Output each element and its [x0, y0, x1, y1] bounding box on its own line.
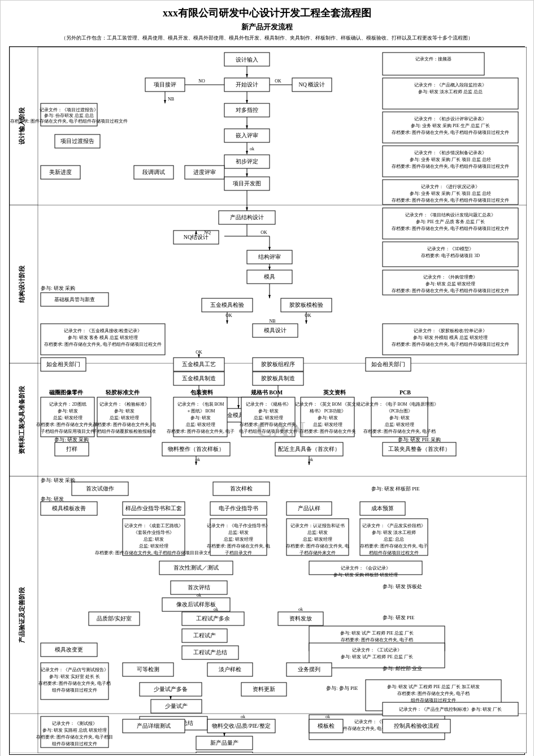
svg-text:结构评审: 结构评审 [258, 254, 281, 260]
svg-text:记录文件：《电子作业指导书》: 记录文件：《电子作业指导书》 [207, 523, 270, 528]
svg-text:品质部/实好室: 品质部/实好室 [97, 615, 132, 622]
svg-text:开始设计: 开始设计 [236, 81, 258, 88]
svg-text:参与: 研发  总监  研发经理: 参与: 研发 总监 研发经理 [426, 281, 475, 286]
svg-text:记录文件：《会议记录》: 记录文件：《会议记录》 [341, 566, 390, 571]
svg-text:NO: NO [198, 79, 205, 84]
svg-text:如金相关部门: 如金相关部门 [46, 361, 80, 367]
svg-text:嵌入评审: 嵌入评审 [236, 132, 258, 138]
svg-text:参与: 研发  拆板处: 参与: 研发 拆板处 [383, 584, 422, 589]
svg-text:总监: 研发经理: 总监: 研发经理 [138, 544, 168, 549]
svg-text:记录文件：《项目过渡报告》: 记录文件：《项目过渡报告》 [40, 107, 98, 112]
svg-text:工装夹具整备（首次样）: 工装夹具整备（首次样） [388, 446, 450, 452]
page-title: xxx有限公司研发中心设计开发工程全套流程图 [9, 6, 525, 20]
svg-text:资料和工装夹具准备阶段: 资料和工装夹具准备阶段 [18, 385, 25, 454]
svg-text:参与: 研发  采购: 参与: 研发 采购 [54, 437, 89, 442]
svg-text:子档组件存储覆胶板检验报标准: 子档组件存储覆胶板检验报标准 [93, 429, 156, 434]
svg-text:存档要求: 图件存储在文件夹, 电子: 存档要求: 图件存储在文件夹, 电子 [360, 544, 428, 549]
svg-text:段调调试: 段调调试 [142, 169, 165, 175]
svg-text:＋图纸》 BOM: ＋图纸》 BOM [186, 409, 215, 414]
svg-text:设计输入阶段: 设计输入阶段 [18, 107, 25, 145]
svg-text:胶胶板模检验: 胶胶板模检验 [289, 302, 323, 308]
svg-text:工程试产: 工程试产 [193, 632, 216, 638]
svg-text:模具改变更: 模具改变更 [55, 646, 83, 653]
svg-text:存档要求: 图件存储在文件夹, 电子档组件存储项目过程文件: 存档要求: 图件存储在文件夹, 电子档组件存储项目过程文件 [392, 342, 509, 347]
svg-text:参与: 研发  采购  样板部  研发经理: 参与: 研发 采购 样板部 研发经理 [333, 572, 398, 577]
svg-text:存档要求: 图件存储在文件夹, 电子档: 存档要求: 图件存储在文件夹, 电子档 [363, 429, 436, 434]
svg-text:如会相关部门: 如会相关部门 [371, 361, 405, 367]
svg-text:ok: ok [298, 607, 303, 612]
svg-text:存档要求: 图件存储在文件夹, 电: 存档要求: 图件存储在文件夹, 电 [207, 544, 270, 549]
svg-text:OK: OK [275, 79, 281, 84]
svg-text:总监: 研发经理: 总监: 研发经理 [223, 537, 253, 542]
svg-text:ok: ok [250, 146, 254, 151]
svg-text:存档要求: 图件存储在文件夹, 电: 存档要求: 图件存储在文件夹, 电 [286, 544, 349, 549]
svg-text:工程试产总结: 工程试产总结 [193, 649, 227, 655]
svg-text:项目接评: 项目接评 [154, 81, 176, 88]
svg-text:首次评结: 首次评结 [188, 584, 210, 590]
svg-text:《套装作业指导书》: 《套装作业指导书》 [133, 530, 174, 535]
svg-text:产品认样: 产品认样 [298, 505, 320, 511]
svg-text:参与: 研发: 参与: 研发 [258, 409, 279, 414]
svg-text:ok: ok [325, 714, 330, 719]
svg-text:参与: 研发  试产  工程师  PIE  总监  厂长  : 参与: 研发 试产 工程师 PIE 总监 厂长 加工研发 [387, 684, 480, 689]
svg-text:格书》 PCB功能》: 格书》 PCB功能》 [309, 409, 346, 414]
svg-text:参与: 研发: 参与: 研发 [318, 415, 338, 420]
svg-text:记录文件：《产品发实价段档》: 记录文件：《产品发实价段档》 [362, 523, 426, 528]
svg-text:设计输入: 设计输入 [236, 57, 258, 63]
svg-text:记录文件：《产品仿亏测试报告》: 记录文件：《产品仿亏测试报告》 [41, 667, 108, 672]
svg-text:电子作业指导书: 电子作业指导书 [219, 505, 258, 511]
svg-text:总监: 研发经理: 总监: 研发经理 [185, 422, 215, 427]
svg-text:工程试产多余: 工程试产多余 [196, 615, 230, 622]
svg-text:参与: 研发  实路程  总统  研发经理: 参与: 研发 实路程 总统 研发经理 [42, 728, 107, 733]
svg-text:记录文件：《检验标准》: 记录文件：《检验标准》 [99, 402, 149, 407]
svg-text:存档要求: 图件存储在文件夹, 电: 存档要求: 图件存储在文件夹, 电 [36, 422, 99, 427]
svg-text:OK: OK [305, 313, 311, 318]
svg-text:存档要求: 电子档存储项目  3D: 存档要求: 电子档存储项目 3D [421, 253, 480, 258]
svg-text:参与: 研发  试产  工程师  PE  总监  厂长: 参与: 研发 试产 工程师 PE 总监 厂长 [341, 654, 413, 659]
svg-text:NB: NB [168, 97, 174, 102]
svg-text:记录文件：《成套工艺路线》: 记录文件：《成套工艺路线》 [124, 523, 183, 528]
svg-text:ok: ok [241, 714, 245, 719]
svg-text:记录文件：《测试报》: 记录文件：《测试报》 [52, 721, 97, 726]
flow-container: 设计输入阶段 结构设计阶段 资料和工装夹具准备阶段 产品验证及定善阶段 设计输入… [9, 46, 525, 755]
svg-text:新产品量产: 新产品量产 [210, 740, 238, 746]
svg-text:参与: 研发: 参与: 研发 [190, 415, 211, 420]
svg-text:CAN: CAN [257, 416, 306, 442]
main-page: xxx有限公司研发中心设计开发工程全套流程图 新产品开发流程 （另外的工作包含：… [0, 0, 534, 756]
svg-text:物料交收/品质/PIE/整定: 物料交收/品质/PIE/整定 [212, 723, 270, 729]
svg-text:记录文件：《初步情况制备记录表》: 记录文件：《初步情况制备记录表》 [414, 150, 487, 155]
svg-text:产品结构设计: 产品结构设计 [230, 214, 264, 220]
svg-text:少量试产: 少量试产 [165, 703, 188, 709]
svg-text:记录文件：《英文 BOM 《英文规: 记录文件：《英文 BOM 《英文规 [295, 402, 361, 407]
svg-text:PCB: PCB [400, 389, 411, 396]
svg-text:存档要求: 图件存储在文件夹, 电子档: 存档要求: 图件存储在文件夹, 电子档 [38, 681, 111, 686]
svg-text:OK: OK [196, 350, 202, 355]
svg-text:总监: 研发: 总监: 研发 [143, 537, 164, 542]
svg-text:参与: 研发: 参与: 研发 [114, 409, 134, 414]
svg-text:NQ: NQ [204, 230, 211, 235]
svg-text:模具模板改善: 模具模板改善 [52, 505, 86, 511]
svg-text:总监: 研发经理: 总监: 研发经理 [302, 537, 332, 542]
svg-text:记录文件：2D图纸: 记录文件：2D图纸 [49, 402, 86, 407]
svg-text:控制具检验收流程: 控制具检验收流程 [394, 723, 439, 729]
svg-text:物料整作（首次样板）: 物料整作（首次样板） [168, 446, 224, 452]
svg-text:总监: 总总: 总监: 总总 [383, 537, 404, 542]
svg-text:存档要求: 图件存储在文件夹, 电子档目: 存档要求: 图件存储在文件夹, 电子档目 [36, 735, 113, 740]
svg-text:记录文件：《产品生产线控制标准》参与: 研发  厂长: 记录文件：《产品生产线控制标准》参与: 研发 厂长 [399, 707, 502, 712]
page-subtitle: 新产品开发流程 [9, 22, 525, 32]
svg-text:参与: 研发: 参与: 研发 [389, 415, 410, 420]
svg-text:参与: 业务  研发  采购  厂长  项目  总监  总经: 参与: 业务 研发 采购 厂长 项目 总监 总经 [410, 157, 491, 162]
svg-text:配近主具具备（首次样）: 配近主具具备（首次样） [278, 446, 340, 452]
svg-text:参与: 研发  PIE  采购: 参与: 研发 PIE 采购 [398, 437, 441, 442]
svg-text:记录文件：《进行状况记录》: 记录文件：《进行状况记录》 [421, 184, 480, 189]
svg-text:记录文件：《产品概入段段监控表》: 记录文件：《产品概入段段监控表》 [414, 82, 487, 88]
svg-text:参与: PIE  生产  品质  客务  总监  厂长: 参与: PIE 生产 品质 客务 总监 厂长 [416, 219, 485, 224]
svg-text:记录文件：《工试记录》: 记录文件：《工试记录》 [352, 648, 402, 653]
svg-text:参与: 研发  淡水工程师  总监  总总: 参与: 研发 淡水工程师 总监 总总 [418, 89, 483, 94]
svg-text:结构设计阶段: 结构设计阶段 [18, 265, 25, 303]
svg-text:胶胶板组程序: 胶胶板组程序 [261, 361, 295, 367]
svg-text:参与: 邮控部  业业: 参与: 邮控部 业业 [383, 666, 422, 671]
svg-text:英文资料: 英文资料 [323, 389, 346, 396]
svg-text:对多指控: 对多指控 [236, 107, 258, 113]
svg-text:NB: NB [269, 319, 275, 324]
